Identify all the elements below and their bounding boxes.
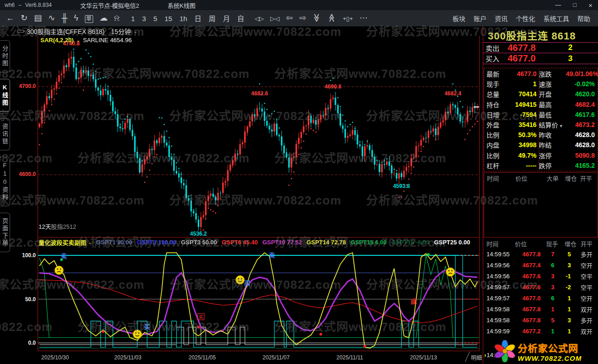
oscillator-param: GSPT1 80.00 <box>96 239 132 246</box>
settle-dropdown-icon[interactable]: ▼ <box>559 124 563 128</box>
menu-帮助[interactable]: 帮助 <box>577 15 590 22</box>
instrument-header[interactable]: ⊂⊃ 300股指主连(CFFEX 8618) 15分钟 ⌄ <box>17 27 138 36</box>
back-icon[interactable]: ← <box>6 13 14 22</box>
quote-value: 5090.8 <box>566 152 598 159</box>
app-title: wh6 – Ver6.8.834 <box>5 2 52 8</box>
menu-账户[interactable]: 账户 <box>474 15 486 22</box>
x-axis: 2025/10/302025/11/032025/11/052025/11/07… <box>13 351 483 364</box>
sidebar-tab-页面下单[interactable]: 页面下单 <box>0 213 10 252</box>
plot-left-axis-line <box>38 36 38 351</box>
sar-indicator-legend[interactable]: SAR(4,2,20) ⌄ SARLINE 4654.96 <box>40 37 132 44</box>
period-button-1[interactable]: 1 <box>131 15 134 22</box>
tick-row: 14:59:564677.463空开 <box>484 259 598 270</box>
sidebar-tab-分时图[interactable]: 分时图 <box>0 40 10 72</box>
quote-label: 结算价▼ <box>537 120 566 129</box>
quote-label: 比例 <box>484 151 504 160</box>
menu-个性化[interactable]: 个性化 <box>516 15 535 22</box>
quote-label: 涨跌 <box>537 69 566 78</box>
chevron-down-icon[interactable]: ⌄ <box>88 240 91 245</box>
period-button-1h[interactable]: 1h <box>179 15 187 22</box>
tick-time: 14:59:59 <box>484 328 515 335</box>
quote-row: 现手1速涨-0.02% <box>484 79 598 89</box>
quote-row: 持仓149415最高4682.4 <box>484 99 598 110</box>
tick-time: 14:59:58 <box>484 317 515 324</box>
scroll-up-icon[interactable]: ≫ <box>313 13 322 22</box>
close-button[interactable]: × <box>588 1 592 9</box>
menu-资讯[interactable]: 资讯 <box>495 15 508 22</box>
quote-label: 昨结 <box>537 140 566 149</box>
insert-marker-icon[interactable]: +▯+ <box>343 14 353 23</box>
formula-lightning-icon[interactable]: ϟ <box>74 13 78 22</box>
svg-text:4690.6: 4690.6 <box>324 83 341 90</box>
page-left-icon[interactable]: ⇦ <box>286 13 293 22</box>
period-button-月[interactable]: 月 <box>223 13 230 23</box>
sar-label[interactable]: SAR(4,2,20) <box>40 37 73 44</box>
quote-value: 35416 <box>504 121 537 128</box>
compress-horizontal-icon[interactable]: ▷◁ <box>270 14 279 23</box>
price-axis-label: 4600.0 <box>14 171 36 177</box>
instrument-name[interactable]: 300股指主连(CFFEX 8618) <box>27 27 105 36</box>
quote-value: 4620.0 <box>566 90 598 98</box>
tick-position-change: 3 <box>554 317 571 324</box>
oscillator-name[interactable]: 量化波段买卖副图 <box>39 238 86 247</box>
tick-time: 14:59:56 <box>484 262 515 269</box>
tick-position-change: 3 <box>554 262 571 269</box>
menu-板块[interactable]: 板块 <box>453 15 465 22</box>
tick-price: 4677.4 <box>515 262 541 269</box>
site-logo: 分析家公式网 WWW.70822.COM <box>494 339 597 363</box>
chevron-down-icon[interactable]: ⌄ <box>76 38 80 43</box>
more-icon[interactable]: ⋯ <box>359 13 368 22</box>
tick-row: 14:59:584677.811双开 <box>484 303 598 314</box>
sidebar-tab-K线图[interactable]: K线图 <box>0 79 10 112</box>
tick-position-change: 1 <box>554 295 571 302</box>
period-button-日[interactable]: 日 <box>195 13 201 23</box>
tick-open-close: 空开 <box>571 261 598 270</box>
quote-value: 4673.2 <box>566 121 598 128</box>
sidebar-tab-F10资料[interactable]: F10资料 <box>0 157 10 206</box>
quote-value: 1 <box>504 80 537 88</box>
oscillator-param: GSPT6 45.40 <box>222 239 258 246</box>
order-ticket-icon[interactable]: 单 <box>85 15 93 23</box>
big-order-list: 时间价位大单增仓开平 <box>484 172 598 237</box>
scroll-down-icon[interactable]: ≪ <box>327 13 336 22</box>
detail-tab[interactable]: 明细 <box>465 352 483 362</box>
alert-bell-icon[interactable]: ⍾ <box>114 13 120 22</box>
main-candlestick-chart[interactable]: 4740.84682.64690.64682.44593.84536.2 <box>38 36 480 237</box>
trend-line-icon[interactable]: ∿ <box>48 13 55 22</box>
oscillator-chart[interactable]: 买卖卖买买底 <box>38 247 480 351</box>
page-tab-label[interactable]: 系统K线图 <box>168 1 196 10</box>
quote-value: 4682.4 <box>566 101 598 108</box>
page-right-icon[interactable]: ⇨ <box>299 13 306 22</box>
period-button-3[interactable]: 3 <box>142 15 146 22</box>
menu-系统工具[interactable]: 系统工具 <box>543 15 569 22</box>
bid-row[interactable]: 买入 4677.0 3 <box>483 53 598 64</box>
column-header: 开平 <box>577 174 598 182</box>
logo-title: 分析家公式网 <box>518 341 581 354</box>
tick-open-close: 多开 <box>571 250 598 259</box>
cloud-sync-icon[interactable]: ☁ <box>100 13 108 22</box>
period-selector[interactable]: 15分钟 <box>111 27 131 36</box>
cloud-node-label[interactable]: 文华云节点-模拟电信2 <box>80 1 140 10</box>
expand-horizontal-icon[interactable]: ◁▷ <box>255 14 264 23</box>
chevron-down-icon[interactable]: ⌄ <box>134 29 137 34</box>
candlestick-icon[interactable]: ╫ <box>61 13 67 22</box>
tick-time: 14:59:56 <box>484 273 515 280</box>
tick-time: 14:59:57 <box>484 295 515 302</box>
tick-row: 14:59:574677.061空开 <box>484 292 598 303</box>
period-button-周[interactable]: 周 <box>209 13 216 23</box>
oscillator-axis-label: 0.0 <box>14 340 36 346</box>
quote-title[interactable]: 300股指主连 8618 <box>483 28 598 41</box>
quote-board-icon[interactable]: ▤ <box>34 13 42 22</box>
tick-price: 4677.8 <box>515 251 541 258</box>
minimize-button[interactable]: — <box>555 1 561 9</box>
period-button-5[interactable]: 5 <box>153 15 157 22</box>
column-header: 时间 <box>484 174 515 182</box>
period-button-自[interactable]: 自 <box>237 13 244 23</box>
current-tick-arrow: › <box>484 352 486 358</box>
refresh-icon[interactable]: ↻ <box>21 13 28 22</box>
quote-label: 昨收 <box>537 130 566 139</box>
sidebar-tab-资讯链[interactable]: 资讯链 <box>0 118 10 150</box>
maximize-button[interactable]: □ <box>573 1 576 9</box>
period-button-15[interactable]: 15 <box>164 15 172 22</box>
ask-row[interactable]: 卖出 4677.8 2 <box>483 43 598 53</box>
